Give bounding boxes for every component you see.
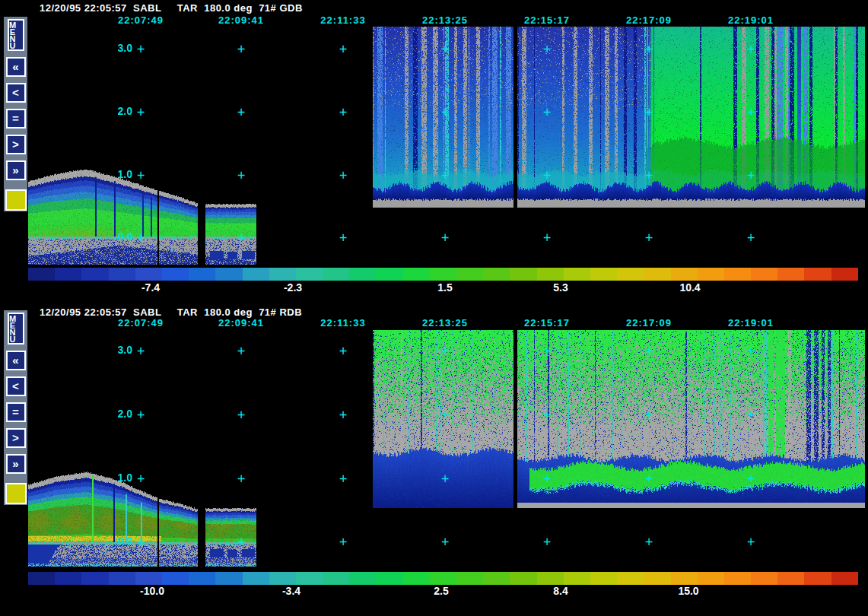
step-back-button[interactable]: <	[6, 83, 26, 103]
grid-tick-icon: +	[543, 41, 551, 56]
grid-tick-icon: +	[747, 534, 755, 549]
colorbar-block	[162, 572, 189, 585]
colorbar-block	[590, 572, 617, 585]
grid-tick-icon: +	[747, 471, 755, 486]
colorbar-block	[510, 572, 536, 585]
grid-tick-icon: +	[339, 104, 347, 119]
colorbar-block	[403, 268, 430, 281]
colorbar-block	[215, 268, 242, 281]
panel-header-rdb: 12/20/95 22:05:57 SABL TAR 180.0 deg 71#…	[40, 306, 302, 318]
grid-tick-icon: +	[339, 41, 347, 56]
colorbar-block	[323, 572, 349, 585]
time-label: 22:13:25	[422, 14, 468, 26]
colorbar-block	[430, 268, 456, 281]
colorbar-block	[724, 572, 751, 585]
grid-tick-icon: +	[645, 230, 653, 245]
colorbar	[28, 268, 858, 281]
grid-tick-icon: +	[339, 407, 347, 422]
fast-rewind-button[interactable]: «	[6, 351, 26, 370]
grid-tick-icon: +	[137, 534, 145, 549]
time-label: 22:19:01	[728, 14, 774, 26]
pause-button[interactable]: =	[6, 109, 26, 129]
time-label: 22:19:01	[728, 317, 774, 329]
menu-button[interactable]: MENU	[8, 313, 24, 345]
toolbar-top: MENU « < = > »	[4, 17, 27, 211]
color-swatch-button[interactable]	[5, 189, 27, 211]
grid-tick-icon: +	[645, 343, 653, 358]
colorbar-block	[109, 268, 135, 281]
colorbar-block	[269, 572, 296, 585]
colorbar-block	[215, 572, 242, 585]
altitude-label: 3.0	[100, 42, 132, 54]
altitude-label: 0.0	[100, 230, 132, 243]
grid-tick-icon: +	[645, 407, 653, 422]
time-label: 22:07:49	[118, 14, 164, 26]
time-label: 22:15:17	[524, 317, 570, 329]
grid-tick-icon: +	[137, 343, 145, 358]
colorbar-block	[269, 268, 296, 281]
colorbar-block	[189, 268, 215, 281]
grid-tick-icon: +	[645, 534, 653, 549]
colorbar-block	[296, 572, 323, 585]
colorbar-block	[644, 268, 670, 281]
backscatter-image-gdb-right	[517, 27, 865, 208]
colorbar-block	[55, 268, 81, 281]
grid-tick-icon: +	[441, 343, 449, 358]
grid-tick-icon: +	[339, 167, 347, 183]
grid-tick-icon: +	[441, 230, 449, 245]
grid-tick-icon: +	[237, 407, 245, 422]
colorbar-block	[698, 572, 724, 585]
toolbar-bottom: MENU « < = > »	[4, 310, 27, 505]
grid-tick-icon: +	[747, 167, 755, 183]
time-label: 22:17:09	[626, 317, 672, 329]
grid-tick-icon: +	[137, 407, 145, 422]
time-label: 22:07:49	[118, 317, 164, 329]
colorbar-value-label: 2.5	[434, 585, 448, 597]
grid-tick-icon: +	[137, 167, 145, 183]
grid-tick-icon: +	[237, 167, 245, 183]
grid-tick-icon: +	[543, 167, 551, 183]
step-forward-button[interactable]: >	[6, 135, 26, 154]
colorbar-block	[162, 268, 189, 281]
menu-button[interactable]: MENU	[8, 19, 24, 51]
grid-tick-icon: +	[747, 104, 755, 119]
color-swatch-button[interactable]	[5, 483, 27, 504]
colorbar-block	[483, 572, 510, 585]
colorbar-block	[751, 268, 777, 281]
colorbar-block	[777, 572, 804, 585]
grid-tick-icon: +	[137, 230, 145, 245]
fast-forward-button[interactable]: »	[6, 454, 26, 474]
colorbar-block	[724, 268, 751, 281]
backscatter-image-rdb-right	[517, 330, 865, 508]
grid-tick-icon: +	[747, 230, 755, 245]
grid-tick-icon: +	[339, 471, 347, 486]
grid-tick-icon: +	[543, 471, 551, 486]
colorbar-block	[109, 572, 135, 585]
colorbar-value-label: 15.0	[678, 585, 698, 597]
colorbar-block	[671, 572, 698, 585]
colorbar-block	[243, 268, 269, 281]
colorbar-block	[376, 268, 402, 281]
fast-forward-button[interactable]: »	[6, 160, 26, 180]
altitude-label: 1.0	[100, 472, 132, 484]
colorbar-block	[456, 268, 483, 281]
colorbar-block	[135, 572, 162, 585]
step-back-button[interactable]: <	[6, 376, 26, 396]
colorbar-block	[804, 572, 831, 585]
colorbar-block	[28, 572, 55, 585]
step-forward-button[interactable]: >	[6, 428, 26, 448]
colorbar-block	[243, 572, 269, 585]
grid-tick-icon: +	[441, 104, 449, 119]
colorbar-block	[81, 268, 108, 281]
colorbar-value-label: -7.4	[141, 281, 160, 294]
fast-rewind-button[interactable]: «	[6, 57, 26, 77]
grid-tick-icon: +	[543, 104, 551, 119]
colorbar-block	[751, 572, 777, 585]
colorbar-block	[564, 268, 590, 281]
pause-button[interactable]: =	[6, 402, 26, 422]
grid-tick-icon: +	[137, 41, 145, 56]
time-label: 22:11:33	[320, 14, 365, 26]
grid-tick-icon: +	[747, 343, 755, 358]
colorbar-block	[831, 268, 858, 281]
grid-tick-icon: +	[441, 471, 449, 486]
